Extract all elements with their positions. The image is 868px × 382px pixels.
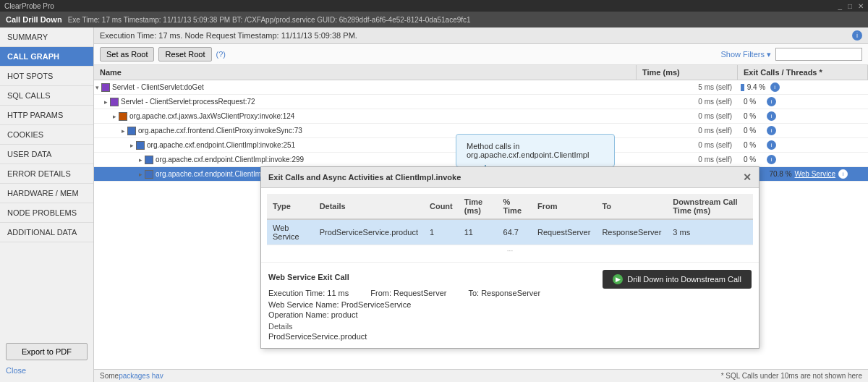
progress-container: 0 % [741, 141, 764, 149]
export-pdf-button[interactable]: Export to PDF [6, 343, 88, 360]
sidebar-item-additional-data[interactable]: ADDITIONAL DATA [0, 223, 93, 242]
call-time-cell: 0 ms (self) [637, 139, 738, 151]
sidebar: SUMMARYCALL GRAPHHOT SPOTSSQL CALLSHTTP … [0, 27, 94, 382]
sidebar-item-user-data[interactable]: USER DATA [0, 145, 93, 164]
exit-detail: Web Service Exit Call ▶ Drill Down into … [261, 262, 759, 348]
minimize-btn[interactable]: _ [838, 2, 842, 10]
expand-icon: ▸ [122, 127, 125, 135]
from-label: From: RequestServer [370, 289, 446, 297]
col-exits: Exit Calls / Threads * [738, 65, 868, 80]
show-filters-button[interactable]: Show Filters ▾ [720, 50, 771, 59]
scroll-indicator: ··· [267, 245, 753, 256]
execution-time-label: Execution Time: 11 ms [268, 289, 349, 297]
status-link[interactable]: packages hav [119, 372, 163, 380]
sidebar-item-hardware-mem[interactable]: HARDWARE / MEM [0, 184, 93, 203]
exit-table-row[interactable]: Web Service ProdServiceService.product 1… [267, 219, 753, 245]
progress-text: 0 % [744, 156, 764, 164]
close-btn[interactable]: ✕ [858, 2, 864, 10]
reset-root-button[interactable]: Reset Root [158, 47, 211, 61]
details-value: ProdServiceService.product [268, 332, 752, 341]
col-time-ms: Time (ms) [459, 194, 498, 219]
exit-to-cell: ResponseServer [596, 219, 667, 245]
call-exits-cell: 9.4 % i [738, 80, 868, 94]
progress-container: 0 % [741, 112, 764, 120]
exit-type-cell: Web Service [267, 219, 314, 245]
node-type-icon [119, 112, 127, 121]
sidebar-item-node-problems[interactable]: NODE PROBLEMS [0, 203, 93, 223]
col-name: Name [94, 65, 637, 80]
web-service-link[interactable]: Web Service [795, 170, 836, 178]
col-details: Details [314, 194, 424, 219]
progress-text: 0 % [744, 112, 764, 120]
help-link[interactable]: (?) [216, 50, 226, 59]
exit-from-cell: RequestServer [532, 219, 596, 245]
exit-popup: Exit Calls and Async Activities at Clien… [260, 166, 760, 349]
progress-text: 0 % [744, 98, 764, 106]
status-bar: Some packages hav * SQL Calls under 10ms… [94, 369, 868, 382]
content-info-icon[interactable]: i [852, 30, 862, 41]
call-name-text: org.apache.cxf.frontend.ClientProxy:invo… [138, 127, 302, 135]
call-name-text: org.apache.cxf.endpoint.ClientImpl:invok… [156, 156, 304, 164]
row-info-button[interactable]: i [767, 140, 776, 150]
node-type-icon [145, 156, 153, 164]
content-header-text: Execution Time: 17 ms. Node Request Time… [100, 31, 357, 40]
col-time: Time (ms) [637, 65, 738, 80]
call-name-text: org.apache.cxf.endpoint.ClientImpl:invok… [147, 141, 295, 149]
drill-down-button[interactable]: ▶ Drill Down into Downstream Call [603, 270, 752, 289]
row-info-button[interactable]: i [767, 126, 776, 135]
expand-icon: ▸ [113, 113, 116, 120]
sidebar-item-sql-calls[interactable]: SQL CALLS [0, 86, 93, 106]
title-bar-controls: _ □ ✕ [838, 2, 864, 10]
row-info-button[interactable]: i [767, 155, 776, 164]
node-type-icon [110, 98, 119, 106]
progress-container: 0 % [741, 127, 764, 135]
exit-detail-title: Web Service Exit Call [268, 273, 349, 281]
app-header: Call Drill Down Exe Time: 17 ms Timestam… [0, 12, 868, 27]
exit-popup-close-button[interactable]: ✕ [743, 171, 752, 183]
node-type-icon [101, 83, 110, 92]
close-link[interactable]: Close [6, 365, 88, 376]
progress-container: 0 % [741, 98, 764, 106]
row-info-button[interactable]: i [770, 82, 780, 92]
sidebar-nav: SUMMARYCALL GRAPHHOT SPOTSSQL CALLSHTTP … [0, 27, 93, 242]
operation-name: Operation Name: product [268, 310, 752, 319]
call-time-cell: 0 ms (self) [637, 110, 738, 122]
progress-text: 0 % [744, 141, 764, 149]
call-exits-cell: 0 % i [738, 95, 868, 109]
status-prefix: Some [100, 372, 119, 380]
sidebar-item-cookies[interactable]: COOKIES [0, 125, 93, 145]
callout-method-text: Method calls in org.apache.cxf.endpoint.… [467, 142, 589, 159]
sidebar-bottom: Export to PDF Close [0, 337, 93, 382]
progress-text: 9.4 % [747, 83, 767, 91]
table-row[interactable]: ▸ Servlet - ClientServlet:processRequest… [94, 95, 868, 109]
progress-container: 0 % [741, 156, 764, 164]
call-time-cell: 0 ms (self) [637, 153, 738, 166]
sidebar-item-hot-spots[interactable]: HOT SPOTS [0, 67, 93, 86]
call-graph-header: Name Time (ms) Exit Calls / Threads * [94, 65, 868, 80]
row-info-button[interactable]: i [767, 111, 776, 121]
exit-details-cell: ProdServiceService.product [314, 219, 424, 245]
exit-popup-content: Type Details Count Time (ms) % Time From… [261, 188, 759, 262]
call-graph-area: Name Time (ms) Exit Calls / Threads * ▾ … [94, 65, 868, 369]
sql-note: * SQL Calls under 10ms are not shown her… [721, 372, 862, 380]
table-row[interactable]: ▾ Servlet - ClientServlet:doGet 5 ms (se… [94, 80, 868, 95]
call-exits-cell: 0 % i [738, 138, 868, 152]
sidebar-item-http-params[interactable]: HTTP PARAMS [0, 106, 93, 125]
row-info-button[interactable]: i [838, 169, 848, 179]
set-as-root-button[interactable]: Set as Root [100, 47, 154, 61]
node-type-icon [127, 127, 136, 135]
col-type: Type [267, 194, 314, 219]
row-info-button[interactable]: i [767, 97, 776, 106]
exit-downstream-cell: 3 ms [667, 219, 753, 245]
exit-popup-title: Exit Calls and Async Activities at Clien… [268, 173, 461, 182]
call-name-cell: ▸ org.apache.cxf.jaxws.JaxWsClientProxy:… [94, 110, 637, 123]
sidebar-item-call-graph[interactable]: CALL GRAPH [0, 47, 93, 67]
table-row[interactable]: ▸ org.apache.cxf.jaxws.JaxWsClientProxy:… [94, 109, 868, 124]
maximize-btn[interactable]: □ [848, 2, 852, 10]
search-input[interactable] [775, 48, 862, 61]
sidebar-item-summary[interactable]: SUMMARY [0, 27, 93, 47]
call-exits-cell: 0 % i [738, 153, 868, 166]
app-header-title: Call Drill Down [6, 15, 62, 24]
sidebar-item-error-details[interactable]: ERROR DETAILS [0, 164, 93, 184]
web-service-name: Web Service Name: ProdServiceService [268, 300, 752, 309]
